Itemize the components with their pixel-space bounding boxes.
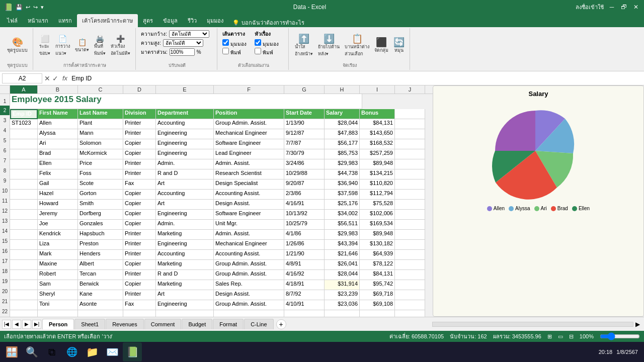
cell-c21[interactable]: Asonte <box>78 300 123 310</box>
cell-d5[interactable]: Copier <box>123 139 156 149</box>
cell-h4[interactable]: $47,883 <box>325 129 360 139</box>
sheet-tab-format[interactable]: Format <box>213 319 244 329</box>
themes-btn[interactable]: 🎨 ชุดรูปแบบ <box>5 37 30 55</box>
task-view-btn[interactable]: ⧉ <box>42 342 61 361</box>
cell-e14[interactable]: Marketing <box>156 230 214 240</box>
cell-c5[interactable]: Solomon <box>78 139 123 149</box>
cell-c15[interactable]: Preston <box>78 240 123 250</box>
row-num-3[interactable]: 3 <box>0 116 10 126</box>
cell-c14[interactable]: Hapsbuch <box>78 230 123 240</box>
cell-h18[interactable]: $28,044 <box>325 270 360 280</box>
cell-d7[interactable]: Printer <box>123 159 156 169</box>
cell-i10[interactable]: $112,794 <box>360 190 395 200</box>
row-num-15[interactable]: 15 <box>0 236 10 246</box>
cell-j8[interactable] <box>395 169 425 179</box>
tell-me-box[interactable]: 💡 บอกฉันว่าต้องการทำอะไร <box>232 18 304 27</box>
size-btn[interactable]: 📋 ขนาด▾ <box>73 37 91 54</box>
tab-nav-next[interactable]: ▶ <box>22 320 31 329</box>
cell-g8[interactable]: 10/29/88 <box>284 169 325 179</box>
horizontal-scrollbar[interactable] <box>432 322 633 327</box>
cell-a3[interactable]: ST1023 <box>10 119 38 129</box>
cell-d17[interactable]: Copier <box>123 260 156 270</box>
edge-btn[interactable]: 🌐 <box>62 342 82 361</box>
row-num-1[interactable]: 1 <box>0 94 10 106</box>
cell-h3[interactable]: $28,044 <box>325 119 360 129</box>
cell-b16[interactable]: Mark <box>38 250 78 260</box>
cell-b11[interactable]: Howard <box>38 200 78 210</box>
cell-j14[interactable] <box>395 230 425 240</box>
cell-i4[interactable]: $143,650 <box>360 129 395 139</box>
cell-c7[interactable]: Price <box>78 159 123 169</box>
cell-e9[interactable]: Art <box>156 179 214 190</box>
cell-f4[interactable]: Mechanical Engineer <box>214 129 284 139</box>
cell-f5[interactable]: Software Engineer <box>214 139 284 149</box>
cell-d14[interactable]: Printer <box>123 230 156 240</box>
cell-j7[interactable] <box>395 159 425 169</box>
cell-j22[interactable] <box>395 310 425 317</box>
headings-print-checkbox[interactable] <box>255 48 261 54</box>
cell-g16[interactable]: 1/21/90 <box>284 250 325 260</box>
quick-access-save[interactable]: 💾 <box>16 4 23 11</box>
cell-g6[interactable]: 7/30/79 <box>284 149 325 159</box>
cell-j3[interactable] <box>395 119 425 129</box>
gridlines-view-checkbox[interactable] <box>222 39 229 46</box>
cell-i2[interactable]: Bonus <box>360 109 395 119</box>
cell-c20[interactable]: Kane <box>78 290 123 300</box>
restore-btn[interactable]: 🗗 <box>620 3 628 11</box>
cell-g11[interactable]: 4/16/91 <box>284 200 325 210</box>
cell-d22[interactable] <box>123 310 156 317</box>
cell-b8[interactable]: Felix <box>38 169 78 179</box>
cell-e4[interactable]: Engineering <box>156 129 214 139</box>
row-num-17[interactable]: 17 <box>0 256 10 266</box>
cell-d6[interactable]: Copier <box>123 149 156 159</box>
cell-b18[interactable]: Robert <box>38 270 78 280</box>
cell-e6[interactable]: Engineering <box>156 149 214 159</box>
cell-h2[interactable]: Salary <box>325 109 360 119</box>
cell-e20[interactable]: Art <box>156 290 214 300</box>
cell-e10[interactable]: Accounting <box>156 190 214 200</box>
cell-g14[interactable]: 4/1/86 <box>284 230 325 240</box>
cell-b20[interactable]: Sheryl <box>38 290 78 300</box>
cell-c18[interactable]: Tercan <box>78 270 123 280</box>
tab-nav-last[interactable]: ▶| <box>32 320 41 329</box>
cell-i22[interactable] <box>360 310 395 317</box>
cell-d15[interactable]: Printer <box>123 240 156 250</box>
cell-b10[interactable]: Hazel <box>38 190 78 200</box>
gridlines-view-label[interactable]: มุมมอง <box>222 41 247 47</box>
sheet-tab-cline[interactable]: C-Line <box>244 319 273 329</box>
cell-h9[interactable]: $36,940 <box>325 179 360 190</box>
cell-b7[interactable]: Ellen <box>38 159 78 169</box>
cell-b15[interactable]: Liza <box>38 240 78 250</box>
cell-g22[interactable] <box>284 310 325 317</box>
breaks-btn[interactable]: ➕ หัวเรื่องอัตโนมัติ▾ <box>109 34 132 58</box>
col-header-f[interactable]: F <box>214 85 284 94</box>
cell-h11[interactable]: $25,176 <box>325 200 360 210</box>
cell-g9[interactable]: 9/20/87 <box>284 179 325 190</box>
cell-c11[interactable]: Smith <box>78 200 123 210</box>
cell-i5[interactable]: $168,532 <box>360 139 395 149</box>
cell-g17[interactable]: 4/8/91 <box>284 260 325 270</box>
cell-h5[interactable]: $56,177 <box>325 139 360 149</box>
cell-d8[interactable]: Printer <box>123 169 156 179</box>
cell-f3[interactable]: Group Admin. Assist. <box>214 119 284 129</box>
cell-b2[interactable]: First Name <box>38 109 78 119</box>
sheet-tab-person[interactable]: Person <box>42 319 74 329</box>
selection-pane-btn[interactable]: 📋 บานหน้าต่างส่วนเลือก <box>343 33 371 58</box>
cell-h16[interactable]: $21,646 <box>325 250 360 260</box>
cell-j19[interactable] <box>395 280 425 290</box>
row-num-10[interactable]: 10 <box>0 186 10 196</box>
print-area-btn[interactable]: 🖨️ พื้นที่พิมพ์▾ <box>92 34 108 58</box>
cell-i17[interactable]: $78,122 <box>360 260 395 270</box>
bring-forward-btn[interactable]: ⬆️ น้ำใสอ้างหน้า▾ <box>293 33 315 58</box>
row-num-14[interactable]: 14 <box>0 226 10 236</box>
gridlines-print-checkbox[interactable] <box>222 48 229 54</box>
cell-e17[interactable]: Marketing <box>156 260 214 270</box>
cell-c6[interactable]: McKormick <box>78 149 123 159</box>
cell-e16[interactable]: Accounting <box>156 250 214 260</box>
zoom-slider[interactable] <box>600 332 640 340</box>
cell-f17[interactable]: Group Admin. Assist. <box>214 260 284 270</box>
cell-j2[interactable] <box>395 109 425 119</box>
sheet-tab-sheet1[interactable]: Sheet1 <box>74 319 105 329</box>
cell-g19[interactable]: 4/18/91 <box>284 280 325 290</box>
cell-i6[interactable]: $257,259 <box>360 149 395 159</box>
